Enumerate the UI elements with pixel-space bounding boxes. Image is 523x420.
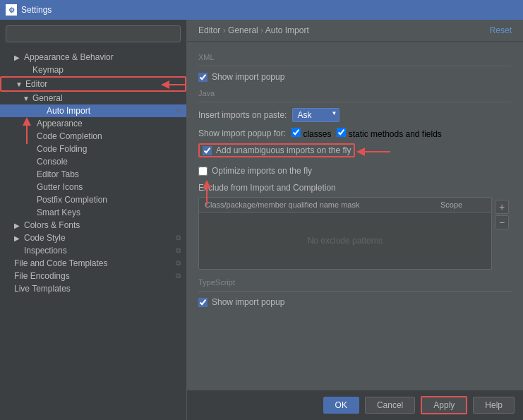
sidebar-item-editor[interactable]: ▼ Editor xyxy=(0,76,186,92)
xml-show-import-popup-checkbox[interactable] xyxy=(198,73,208,82)
sidebar-item-postfix-completion[interactable]: Postfix Completion xyxy=(0,193,186,206)
exclude-table: Class/package/member qualified name mask… xyxy=(198,197,492,270)
xml-show-import-popup-row: Show import popup xyxy=(198,72,512,82)
copy-icon: ⧉ xyxy=(176,259,181,268)
static-methods-checkbox[interactable] xyxy=(337,128,346,137)
sidebar-item-gutter-icons[interactable]: Gutter Icons xyxy=(0,181,186,193)
sidebar-item-label: Code Style xyxy=(24,233,66,243)
add-unambiguous-row: Add unambiguous imports on the fly xyxy=(198,143,355,157)
typescript-show-import-popup-checkbox[interactable] xyxy=(198,298,208,307)
reset-link[interactable]: Reset xyxy=(490,25,512,35)
dialog-content: ▶ Appearance & Behavior Keymap ▼ Editor xyxy=(0,20,523,420)
sidebar-item-keymap[interactable]: Keymap xyxy=(0,64,186,76)
optimize-imports-label[interactable]: Optimize imports on the fly xyxy=(198,166,312,176)
auto-import-row-wrapper: Auto Import ⧉ xyxy=(0,104,186,117)
breadcrumb-bar: Editor › General › Auto Import Reset xyxy=(187,20,523,42)
typescript-show-import-popup-label[interactable]: Show import popup xyxy=(198,297,284,307)
add-unambiguous-checkbox[interactable] xyxy=(203,146,212,155)
classes-label: classes xyxy=(303,129,331,139)
sidebar-item-label: Auto Import xyxy=(47,106,90,116)
add-unambiguous-wrapper: Add unambiguous imports on the fly xyxy=(198,143,355,162)
ok-button[interactable]: OK xyxy=(323,397,359,414)
search-input[interactable] xyxy=(6,25,181,42)
optimize-imports-text: Optimize imports on the fly xyxy=(212,166,312,176)
java-section-label: Java xyxy=(198,89,512,97)
classes-checkbox-label[interactable]: classes xyxy=(291,128,331,139)
expand-arrow: ▶ xyxy=(14,54,23,61)
typescript-section: TypeScript Show import popup xyxy=(198,278,512,307)
left-panel: ▶ Appearance & Behavior Keymap ▼ Editor xyxy=(0,20,187,420)
sidebar-item-code-style[interactable]: ▶ Code Style ⧉ xyxy=(0,232,186,244)
table-action-buttons: + − xyxy=(492,197,512,232)
copy-icon: ⧉ xyxy=(176,246,181,255)
sidebar-item-code-completion[interactable]: Code Completion xyxy=(0,130,186,143)
sidebar-item-label: Keymap xyxy=(32,65,64,75)
sidebar-item-auto-import[interactable]: Auto Import ⧉ xyxy=(0,104,186,117)
expand-arrow: ▶ xyxy=(14,234,23,242)
sidebar-item-console[interactable]: Console xyxy=(0,155,186,168)
sidebar-item-colors-fonts[interactable]: ▶ Colors & Fonts xyxy=(0,219,186,232)
sidebar-item-editor-tabs[interactable]: Editor Tabs xyxy=(0,168,186,181)
breadcrumb-part-general: General xyxy=(228,25,258,35)
bottom-bar: OK Cancel Apply Help xyxy=(187,390,523,420)
paste-select-wrapper: Ask Always Never xyxy=(292,108,339,122)
settings-content: XML Show import popup Java I xyxy=(187,42,523,390)
copy-icon: ⧉ xyxy=(176,272,181,280)
sidebar-item-label: Appearance & Behavior xyxy=(24,52,114,62)
sidebar-item-label: Gutter Icons xyxy=(37,182,83,192)
sidebar-item-label: Editor xyxy=(25,79,47,89)
add-unambiguous-text: Add unambiguous imports on the fly xyxy=(216,145,351,155)
java-section: Java Insert imports on paste: Ask Always… xyxy=(198,89,512,176)
cancel-button[interactable]: Cancel xyxy=(365,397,415,414)
sidebar-item-label: Inspections xyxy=(24,246,67,256)
copy-icon: ⧉ xyxy=(176,234,181,242)
classes-checkbox[interactable] xyxy=(291,128,301,137)
breadcrumb: Editor › General › Auto Import xyxy=(198,25,309,35)
expand-arrow: ▶ xyxy=(14,222,23,229)
typescript-show-import-popup-row: Show import popup xyxy=(198,297,512,307)
typescript-section-label: TypeScript xyxy=(198,278,512,287)
sidebar-item-inspections[interactable]: Inspections ⧉ xyxy=(0,244,186,257)
sidebar-item-file-encodings[interactable]: File Encodings ⧉ xyxy=(0,270,186,282)
sidebar-item-label: Smart Keys xyxy=(37,208,80,217)
breadcrumb-sep2: › xyxy=(260,25,265,35)
sidebar-item-label: Colors & Fonts xyxy=(24,220,80,230)
sidebar-item-label: Live Templates xyxy=(14,284,71,294)
paste-select[interactable]: Ask Always Never xyxy=(292,108,339,122)
sidebar-item-live-templates[interactable]: Live Templates xyxy=(0,282,186,295)
window-title: Settings xyxy=(21,5,52,15)
static-methods-checkbox-label[interactable]: static methods and fields xyxy=(337,128,441,139)
copy-icon: ⧉ xyxy=(176,107,181,115)
help-button[interactable]: Help xyxy=(473,397,515,414)
xml-section-label: XML xyxy=(198,53,512,61)
static-methods-label: static methods and fields xyxy=(349,129,442,139)
optimize-imports-row: Optimize imports on the fly xyxy=(198,166,512,176)
show-import-popup-row: Show import popup for: classes static me… xyxy=(198,128,512,139)
show-import-popup-label: Show import popup for: xyxy=(198,128,286,138)
table-body: No exclude patterns xyxy=(199,212,491,269)
sidebar-item-file-code-templates[interactable]: File and Code Templates ⧉ xyxy=(0,257,186,270)
sidebar-item-code-folding[interactable]: Code Folding xyxy=(0,143,186,155)
breadcrumb-part-autoimport: Auto Import xyxy=(265,25,309,35)
sidebar-item-general[interactable]: ▼ General xyxy=(0,92,186,104)
sidebar-item-label: Editor Tabs xyxy=(37,169,79,179)
sidebar-item-appearance[interactable]: Appearance xyxy=(0,117,186,130)
xml-show-import-popup-text: Show import popup xyxy=(212,72,284,82)
optimize-imports-checkbox[interactable] xyxy=(198,167,208,176)
add-unambiguous-label[interactable]: Add unambiguous imports on the fly xyxy=(203,145,351,155)
breadcrumb-sep1: › xyxy=(223,25,228,35)
remove-pattern-button[interactable]: − xyxy=(495,215,509,229)
exclude-section: Exclude from Import and Completion Class… xyxy=(198,183,512,270)
apply-button[interactable]: Apply xyxy=(421,396,467,414)
table-col-name: Class/package/member qualified name mask xyxy=(199,198,435,212)
editor-row-wrapper: ▼ Editor xyxy=(0,76,186,92)
expand-arrow: ▼ xyxy=(16,80,24,88)
sidebar-item-appearance-behavior[interactable]: ▶ Appearance & Behavior xyxy=(0,51,186,64)
xml-show-import-popup-label[interactable]: Show import popup xyxy=(198,72,284,82)
breadcrumb-part-editor: Editor xyxy=(198,25,220,35)
sidebar-item-smart-keys[interactable]: Smart Keys xyxy=(0,206,186,219)
add-pattern-button[interactable]: + xyxy=(495,200,509,214)
title-bar: ⚙ Settings xyxy=(0,0,523,20)
table-col-scope: Scope xyxy=(435,198,491,212)
sidebar-item-label: Code Completion xyxy=(37,131,102,141)
